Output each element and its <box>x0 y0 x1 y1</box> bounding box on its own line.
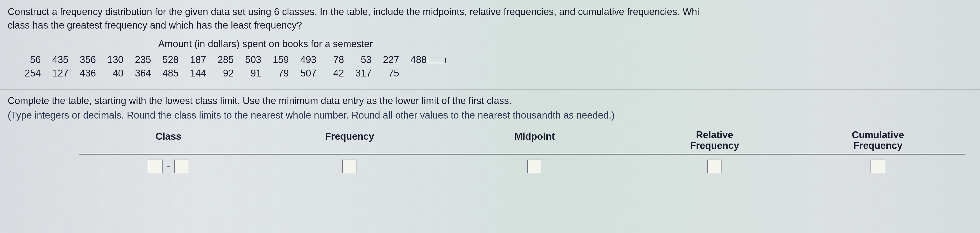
divider <box>0 89 980 89</box>
data-value: 528 <box>161 53 179 67</box>
question-line1: Construct a frequency distribution for t… <box>8 5 972 19</box>
data-value: 42 <box>326 67 344 80</box>
class-lower-input[interactable] <box>148 160 162 173</box>
header-class: Class <box>79 130 258 151</box>
data-value: 317 <box>354 67 372 80</box>
cumulative-frequency-input[interactable] <box>870 160 885 173</box>
data-value: 254 <box>23 67 41 80</box>
data-value: 364 <box>133 67 151 80</box>
midpoint-input[interactable] <box>527 160 542 173</box>
frequency-table: Class Frequency Midpoint Relative Freque… <box>79 130 965 173</box>
question-line2: class has the greatest frequency and whi… <box>8 19 972 32</box>
data-value: 485 <box>161 67 179 80</box>
data-value: 79 <box>271 67 289 80</box>
class-upper-input[interactable] <box>174 160 189 173</box>
instructions-text: Complete the table, starting with the lo… <box>8 94 972 108</box>
header-frequency: Frequency <box>258 130 442 151</box>
relative-frequency-input[interactable] <box>707 160 722 173</box>
question-text: Construct a frequency distribution for t… <box>8 5 972 32</box>
data-value: 503 <box>243 53 261 67</box>
data-value: 227 <box>381 53 399 67</box>
data-value: 130 <box>106 53 124 67</box>
data-value: 75 <box>381 67 399 80</box>
header-relative-frequency: Relative Frequency <box>628 130 801 151</box>
data-value: 436 <box>78 67 96 80</box>
data-value: 187 <box>188 53 206 67</box>
data-value: 507 <box>299 67 317 80</box>
data-value: 40 <box>106 67 124 80</box>
data-row-2: 254 127 436 40 364 485 144 92 91 79 507 … <box>23 67 972 80</box>
table-header-row: Class Frequency Midpoint Relative Freque… <box>79 130 965 154</box>
midpoint-cell <box>442 159 628 173</box>
data-value: 56 <box>23 53 41 67</box>
header-cumulative-frequency: Cumulative Frequency <box>801 130 955 151</box>
table-row: - <box>79 154 965 173</box>
copy-icon[interactable] <box>428 58 445 63</box>
data-value: 488 <box>409 53 445 67</box>
data-value: 159 <box>271 53 289 67</box>
class-cell: - <box>79 159 258 173</box>
data-value: 91 <box>243 67 261 80</box>
data-value: 493 <box>299 53 317 67</box>
data-value: 435 <box>51 53 68 67</box>
dash: - <box>167 161 170 171</box>
data-value: 53 <box>354 53 372 67</box>
data-title: Amount (in dollars) spent on books for a… <box>158 37 972 51</box>
data-value: 78 <box>326 53 344 67</box>
relative-frequency-cell <box>628 159 801 173</box>
hint-text: (Type integers or decimals. Round the cl… <box>8 109 972 122</box>
header-midpoint: Midpoint <box>442 130 628 151</box>
data-value: 92 <box>216 67 234 80</box>
data-value: 356 <box>78 53 96 67</box>
data-value: 235 <box>133 53 151 67</box>
frequency-cell <box>258 159 442 173</box>
data-row-1: 56 435 356 130 235 528 187 285 503 159 4… <box>23 53 972 67</box>
data-set: 56 435 356 130 235 528 187 285 503 159 4… <box>23 53 972 80</box>
data-value: 285 <box>216 53 234 67</box>
data-value: 127 <box>51 67 68 80</box>
data-value: 144 <box>188 67 206 80</box>
cumulative-frequency-cell <box>801 159 955 173</box>
frequency-input[interactable] <box>342 160 357 173</box>
